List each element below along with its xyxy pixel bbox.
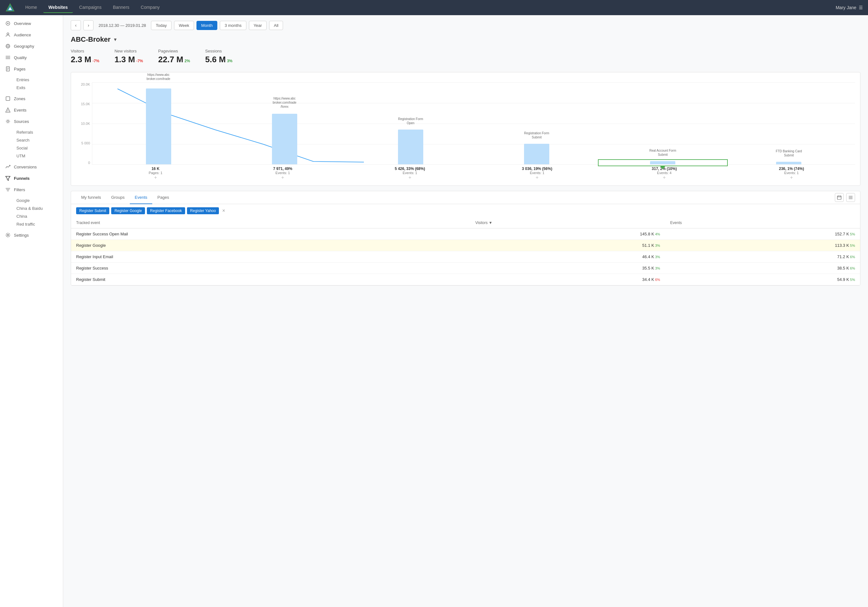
sidebar-item-audience[interactable]: Audience bbox=[0, 29, 63, 40]
funnel-stat-4-value: 3 036, 19% (56%) bbox=[473, 166, 601, 171]
funnel-stat-3-sub: Events: 1 bbox=[346, 171, 473, 175]
sidebar-item-geography[interactable]: Geography bbox=[0, 40, 63, 52]
date-today-button[interactable]: Today bbox=[151, 21, 172, 30]
funnel-step-2: https://www.abc broker.com/trade /forex bbox=[222, 114, 347, 164]
sidebar-referrals[interactable]: Referrals bbox=[14, 128, 63, 136]
audience-icon bbox=[5, 32, 11, 37]
filter-chip-register-yahoo[interactable]: Register Yahoo bbox=[187, 207, 219, 214]
cell-event-2: Register Input Email bbox=[71, 251, 470, 262]
date-prev-button[interactable]: ‹ bbox=[71, 20, 81, 30]
user-menu[interactable]: Mary Jane ☰ bbox=[836, 5, 863, 10]
sidebar-china-baidu[interactable]: China & Baidu bbox=[14, 205, 63, 212]
nav-websites[interactable]: Websites bbox=[43, 2, 73, 13]
nav-campaigns[interactable]: Campaigns bbox=[74, 2, 107, 13]
funnel-stat-2-value: 7 971, 49% bbox=[219, 166, 347, 171]
cell-event-3: Register Success bbox=[71, 262, 470, 274]
sidebar-item-funnels[interactable]: Funnels bbox=[0, 172, 63, 184]
funnel-add-2[interactable]: + bbox=[219, 175, 347, 180]
funnel-add-1[interactable]: + bbox=[92, 175, 219, 180]
funnel-step-6: FTD Banking Card Submit bbox=[726, 162, 852, 164]
stat-visitors-value: 2.3 M-7% bbox=[71, 55, 99, 64]
sidebar-item-conversions[interactable]: Conversions bbox=[0, 161, 63, 172]
tab-pages[interactable]: Pages bbox=[152, 191, 174, 204]
stat-pageviews-value: 22.7 M2% bbox=[158, 55, 190, 64]
tab-bar: My funnels Groups Events Pages bbox=[71, 191, 860, 204]
sidebar-item-sources[interactable]: Sources bbox=[0, 116, 63, 127]
app-logo bbox=[5, 3, 15, 12]
svg-point-20 bbox=[7, 120, 9, 122]
funnel-add-5[interactable]: + bbox=[601, 175, 728, 180]
sidebar-events-label: Events bbox=[14, 108, 26, 112]
sidebar-red-traffic[interactable]: Red traffic bbox=[14, 220, 63, 228]
sidebar-item-settings[interactable]: Settings bbox=[0, 230, 63, 241]
date-all-button[interactable]: All bbox=[269, 21, 283, 30]
svg-point-4 bbox=[7, 23, 9, 24]
tab-my-funnels[interactable]: My funnels bbox=[76, 191, 106, 204]
stat-visitors: Visitors 2.3 M-7% bbox=[71, 49, 99, 64]
funnel-add-6[interactable]: + bbox=[728, 175, 855, 180]
nav-banners[interactable]: Banners bbox=[108, 2, 134, 13]
sidebar-item-filters[interactable]: Filters bbox=[0, 184, 63, 195]
sidebar-settings-label: Settings bbox=[14, 233, 29, 238]
tab-groups[interactable]: Groups bbox=[106, 191, 130, 204]
nav-company[interactable]: Company bbox=[136, 2, 165, 13]
sidebar-filters-label: Filters bbox=[14, 187, 25, 192]
stat-pageviews: Pageviews 22.7 M2% bbox=[158, 49, 190, 64]
quality-icon bbox=[5, 55, 11, 61]
funnel-add-4[interactable]: + bbox=[473, 175, 601, 180]
funnel-add-3[interactable]: + bbox=[346, 175, 473, 180]
events-table: Tracked event Visitors ▼ Events Register… bbox=[71, 217, 860, 285]
site-header: ABC-Broker ▼ bbox=[71, 36, 860, 43]
stat-visitors-change: -7% bbox=[93, 59, 99, 63]
list-view-button[interactable] bbox=[846, 193, 855, 202]
sidebar-zones-label: Zones bbox=[14, 96, 25, 101]
funnel-stat-1-sub: Pages: 1 bbox=[92, 171, 219, 175]
filter-chip-register-google[interactable]: Register Google bbox=[111, 207, 145, 214]
sidebar-entries[interactable]: Entries bbox=[14, 76, 63, 84]
cell-visitors-0: 145.8 K4% bbox=[470, 228, 665, 240]
stat-new-visitors: New visitors 1.3 M-7% bbox=[114, 49, 143, 64]
filters-icon bbox=[5, 187, 11, 193]
sidebar-quality-label: Quality bbox=[14, 55, 26, 60]
filter-chip-register-facebook[interactable]: Register Facebook bbox=[147, 207, 185, 214]
svg-point-5 bbox=[7, 33, 9, 35]
col-visitors[interactable]: Visitors ▼ bbox=[470, 217, 665, 228]
filters-submenu: Google China & Baidu China Red traffic bbox=[0, 195, 63, 230]
funnel-bar-5 bbox=[650, 161, 675, 164]
sidebar-item-quality[interactable]: Quality bbox=[0, 52, 63, 63]
date-week-button[interactable]: Week bbox=[174, 21, 194, 30]
y-axis-20k: 20.0K bbox=[76, 82, 90, 86]
filter-chip-register-submit[interactable]: Register Submit bbox=[76, 207, 109, 214]
cell-events-2: 71.2 K6% bbox=[665, 251, 860, 262]
stat-pageviews-label: Pageviews bbox=[158, 49, 190, 53]
date-month-button[interactable]: Month bbox=[197, 21, 217, 30]
nav-home[interactable]: Home bbox=[20, 2, 42, 13]
funnel-stat-2-sub: Events: 1 bbox=[219, 171, 347, 175]
svg-rect-27 bbox=[837, 196, 841, 199]
sidebar-sources-label: Sources bbox=[14, 119, 29, 124]
tab-events[interactable]: Events bbox=[130, 191, 153, 204]
cell-visitors-2: 46.4 K3% bbox=[470, 251, 665, 262]
sidebar-item-pages[interactable]: Pages bbox=[0, 63, 63, 75]
sidebar-item-events[interactable]: Events bbox=[0, 104, 63, 116]
funnel-step-4: Registration Form Submit bbox=[474, 144, 600, 164]
sidebar-china[interactable]: China bbox=[14, 212, 63, 220]
date-3months-button[interactable]: 3 months bbox=[220, 21, 246, 30]
funnel-bar-1 bbox=[146, 88, 171, 164]
calendar-view-button[interactable] bbox=[835, 193, 844, 202]
date-year-button[interactable]: Year bbox=[249, 21, 267, 30]
date-range-display: 2018.12.30 — 2019.01.28 bbox=[96, 23, 149, 28]
filter-clear-button[interactable]: × bbox=[222, 208, 225, 214]
sidebar-google[interactable]: Google bbox=[14, 197, 63, 205]
zones-icon bbox=[5, 96, 11, 101]
sidebar-search[interactable]: Search bbox=[14, 136, 63, 144]
sidebar-exits[interactable]: Exits bbox=[14, 84, 63, 92]
sidebar-utm[interactable]: UTM bbox=[14, 152, 63, 160]
sidebar-item-zones[interactable]: Zones bbox=[0, 93, 63, 104]
sidebar-item-overview[interactable]: Overview bbox=[0, 18, 63, 29]
site-dropdown[interactable]: ▼ bbox=[113, 37, 118, 42]
sidebar-geography-label: Geography bbox=[14, 44, 34, 49]
sidebar-social[interactable]: Social bbox=[14, 144, 63, 152]
events-icon bbox=[5, 107, 11, 113]
date-next-button[interactable]: › bbox=[84, 20, 93, 30]
